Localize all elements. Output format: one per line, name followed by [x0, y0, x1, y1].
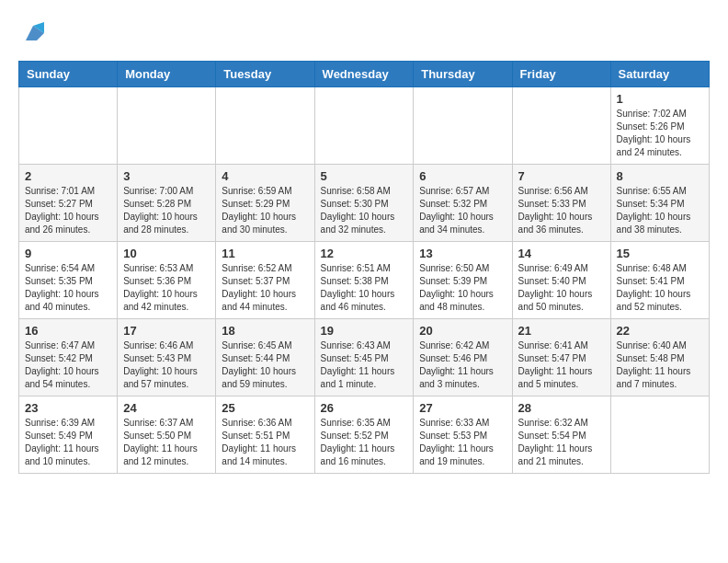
day-cell-29: 24Sunrise: 6:37 AM Sunset: 5:50 PM Dayli… [118, 396, 216, 474]
day-info: Sunrise: 6:50 AM Sunset: 5:39 PM Dayligh… [419, 262, 506, 314]
day-cell-14: 9Sunrise: 6:54 AM Sunset: 5:35 PM Daylig… [19, 242, 118, 319]
day-info: Sunrise: 6:51 AM Sunset: 5:38 PM Dayligh… [321, 262, 408, 314]
day-info: Sunrise: 7:01 AM Sunset: 5:27 PM Dayligh… [25, 185, 111, 236]
week-row-5: 23Sunrise: 6:39 AM Sunset: 5:49 PM Dayli… [19, 396, 710, 474]
calendar-body: 1Sunrise: 7:02 AM Sunset: 5:26 PM Daylig… [19, 87, 710, 474]
day-number: 19 [321, 324, 408, 338]
week-row-4: 16Sunrise: 6:47 AM Sunset: 5:42 PM Dayli… [19, 319, 710, 396]
day-cell-17: 12Sunrise: 6:51 AM Sunset: 5:38 PM Dayli… [314, 242, 414, 319]
day-info: Sunrise: 6:37 AM Sunset: 5:50 PM Dayligh… [123, 417, 210, 468]
day-info: Sunrise: 6:43 AM Sunset: 5:45 PM Dayligh… [321, 339, 408, 391]
day-number: 13 [419, 247, 506, 260]
day-info: Sunrise: 6:42 AM Sunset: 5:46 PM Dayligh… [419, 339, 506, 391]
day-cell-21: 16Sunrise: 6:47 AM Sunset: 5:42 PM Dayli… [19, 319, 118, 396]
calendar: SundayMondayTuesdayWednesdayThursdayFrid… [18, 61, 710, 474]
day-cell-32: 27Sunrise: 6:33 AM Sunset: 5:53 PM Dayli… [414, 396, 512, 474]
day-cell-19: 14Sunrise: 6:49 AM Sunset: 5:40 PM Dayli… [512, 242, 610, 319]
logo-icon [18, 18, 48, 48]
day-cell-28: 23Sunrise: 6:39 AM Sunset: 5:49 PM Dayli… [19, 396, 118, 474]
day-number: 12 [321, 247, 408, 260]
day-number: 25 [222, 401, 308, 415]
weekday-header-thursday: Thursday [414, 62, 512, 87]
day-info: Sunrise: 6:35 AM Sunset: 5:52 PM Dayligh… [321, 417, 408, 468]
weekday-header-friday: Friday [512, 62, 610, 87]
day-info: Sunrise: 7:02 AM Sunset: 5:26 PM Dayligh… [617, 108, 703, 159]
day-cell-13: 8Sunrise: 6:55 AM Sunset: 5:34 PM Daylig… [610, 165, 709, 242]
day-info: Sunrise: 6:58 AM Sunset: 5:30 PM Dayligh… [321, 185, 408, 236]
day-cell-23: 18Sunrise: 6:45 AM Sunset: 5:44 PM Dayli… [216, 319, 314, 396]
day-number: 5 [321, 169, 408, 183]
day-number: 28 [518, 401, 605, 415]
day-number: 23 [25, 401, 111, 415]
day-cell-20: 15Sunrise: 6:48 AM Sunset: 5:41 PM Dayli… [610, 242, 709, 319]
weekday-header-wednesday: Wednesday [314, 62, 414, 87]
day-info: Sunrise: 6:59 AM Sunset: 5:29 PM Dayligh… [222, 185, 308, 236]
day-cell-3 [314, 87, 414, 165]
day-info: Sunrise: 6:39 AM Sunset: 5:49 PM Dayligh… [25, 417, 111, 468]
day-cell-33: 28Sunrise: 6:32 AM Sunset: 5:54 PM Dayli… [512, 396, 610, 474]
day-info: Sunrise: 6:55 AM Sunset: 5:34 PM Dayligh… [617, 185, 703, 236]
day-number: 10 [123, 247, 210, 260]
day-info: Sunrise: 6:32 AM Sunset: 5:54 PM Dayligh… [518, 417, 605, 468]
day-cell-22: 17Sunrise: 6:46 AM Sunset: 5:43 PM Dayli… [118, 319, 216, 396]
day-cell-0 [19, 87, 118, 165]
day-cell-16: 11Sunrise: 6:52 AM Sunset: 5:37 PM Dayli… [216, 242, 314, 319]
logo [18, 18, 51, 52]
day-cell-31: 26Sunrise: 6:35 AM Sunset: 5:52 PM Dayli… [314, 396, 414, 474]
day-number: 22 [617, 324, 703, 338]
day-cell-4 [414, 87, 512, 165]
day-number: 7 [518, 169, 605, 183]
day-number: 21 [518, 324, 605, 338]
day-number: 24 [123, 401, 210, 415]
day-info: Sunrise: 6:48 AM Sunset: 5:41 PM Dayligh… [617, 262, 703, 314]
day-number: 27 [419, 401, 506, 415]
day-cell-27: 22Sunrise: 6:40 AM Sunset: 5:48 PM Dayli… [610, 319, 709, 396]
day-info: Sunrise: 6:52 AM Sunset: 5:37 PM Dayligh… [222, 262, 308, 314]
day-info: Sunrise: 6:56 AM Sunset: 5:33 PM Dayligh… [518, 185, 605, 236]
day-number: 11 [222, 247, 308, 260]
day-info: Sunrise: 6:45 AM Sunset: 5:44 PM Dayligh… [222, 339, 308, 391]
day-cell-26: 21Sunrise: 6:41 AM Sunset: 5:47 PM Dayli… [512, 319, 610, 396]
day-cell-30: 25Sunrise: 6:36 AM Sunset: 5:51 PM Dayli… [216, 396, 314, 474]
day-number: 16 [25, 324, 111, 338]
weekday-header-monday: Monday [118, 62, 216, 87]
day-cell-1 [118, 87, 216, 165]
week-row-3: 9Sunrise: 6:54 AM Sunset: 5:35 PM Daylig… [19, 242, 710, 319]
weekday-header-row: SundayMondayTuesdayWednesdayThursdayFrid… [19, 62, 710, 87]
day-cell-5 [512, 87, 610, 165]
day-number: 14 [518, 247, 605, 260]
day-cell-7: 2Sunrise: 7:01 AM Sunset: 5:27 PM Daylig… [19, 165, 118, 242]
day-info: Sunrise: 6:49 AM Sunset: 5:40 PM Dayligh… [518, 262, 605, 314]
day-info: Sunrise: 6:40 AM Sunset: 5:48 PM Dayligh… [617, 339, 703, 391]
day-cell-18: 13Sunrise: 6:50 AM Sunset: 5:39 PM Dayli… [414, 242, 512, 319]
day-cell-24: 19Sunrise: 6:43 AM Sunset: 5:45 PM Dayli… [314, 319, 414, 396]
day-cell-8: 3Sunrise: 7:00 AM Sunset: 5:28 PM Daylig… [118, 165, 216, 242]
week-row-1: 1Sunrise: 7:02 AM Sunset: 5:26 PM Daylig… [19, 87, 710, 165]
day-info: Sunrise: 6:33 AM Sunset: 5:53 PM Dayligh… [419, 417, 506, 468]
day-info: Sunrise: 6:47 AM Sunset: 5:42 PM Dayligh… [25, 339, 111, 391]
day-info: Sunrise: 6:36 AM Sunset: 5:51 PM Dayligh… [222, 417, 308, 468]
day-number: 20 [419, 324, 506, 338]
day-number: 9 [25, 247, 111, 260]
calendar-header: SundayMondayTuesdayWednesdayThursdayFrid… [19, 62, 710, 87]
week-row-2: 2Sunrise: 7:01 AM Sunset: 5:27 PM Daylig… [19, 165, 710, 242]
weekday-header-saturday: Saturday [610, 62, 709, 87]
day-cell-25: 20Sunrise: 6:42 AM Sunset: 5:46 PM Dayli… [414, 319, 512, 396]
day-number: 3 [123, 169, 210, 183]
day-number: 2 [25, 169, 111, 183]
day-cell-6: 1Sunrise: 7:02 AM Sunset: 5:26 PM Daylig… [610, 87, 709, 165]
day-number: 8 [617, 169, 703, 183]
day-info: Sunrise: 6:54 AM Sunset: 5:35 PM Dayligh… [25, 262, 111, 314]
header [18, 18, 710, 52]
day-cell-34 [610, 396, 709, 474]
day-info: Sunrise: 6:41 AM Sunset: 5:47 PM Dayligh… [518, 339, 605, 391]
day-info: Sunrise: 7:00 AM Sunset: 5:28 PM Dayligh… [123, 185, 210, 236]
day-cell-2 [216, 87, 314, 165]
day-number: 17 [123, 324, 210, 338]
day-cell-12: 7Sunrise: 6:56 AM Sunset: 5:33 PM Daylig… [512, 165, 610, 242]
day-info: Sunrise: 6:46 AM Sunset: 5:43 PM Dayligh… [123, 339, 210, 391]
day-cell-15: 10Sunrise: 6:53 AM Sunset: 5:36 PM Dayli… [118, 242, 216, 319]
weekday-header-tuesday: Tuesday [216, 62, 314, 87]
day-cell-11: 6Sunrise: 6:57 AM Sunset: 5:32 PM Daylig… [414, 165, 512, 242]
day-info: Sunrise: 6:57 AM Sunset: 5:32 PM Dayligh… [419, 185, 506, 236]
